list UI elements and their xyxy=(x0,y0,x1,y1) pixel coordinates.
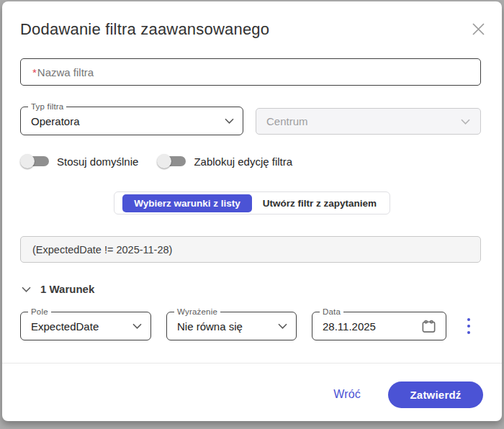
tab-select-conditions[interactable]: Wybierz warunki z listy xyxy=(122,194,252,212)
filter-type-label: Typ filtra xyxy=(28,101,66,112)
apply-default-toggle[interactable]: Stosuj domyślnie xyxy=(20,154,138,168)
dialog-title: Dodawanie filtra zaawansowanego xyxy=(20,20,269,39)
condition-date-input[interactable]: Data 28.11.2025 xyxy=(312,312,446,340)
center-select: Centrum xyxy=(256,108,481,135)
condition-field-label: Pole xyxy=(28,307,51,317)
submit-button[interactable]: Zatwierdź xyxy=(388,381,483,408)
toggle-off-icon xyxy=(20,154,49,168)
close-button[interactable] xyxy=(469,19,487,38)
toggle-off-icon xyxy=(157,154,186,168)
filter-name-input[interactable]: *Nazwa filtra xyxy=(20,58,481,86)
dialog-footer: Wróć Zatwierdź xyxy=(333,376,483,413)
condition-date-label: Data xyxy=(320,307,343,317)
back-button[interactable]: Wróć xyxy=(333,388,361,401)
condition-date-value: 28.11.2025 xyxy=(323,320,420,333)
chevron-down-icon xyxy=(461,119,470,125)
condition-operator-value: Nie równa się xyxy=(177,320,278,333)
conditions-collapse-header[interactable]: 1 Warunek xyxy=(22,283,94,295)
footer-divider xyxy=(2,363,502,363)
filter-name-placeholder: Nazwa filtra xyxy=(37,66,94,78)
required-asterisk: * xyxy=(32,66,37,78)
add-advanced-filter-dialog: Dodawanie filtra zaawansowanego *Nazwa f… xyxy=(2,1,502,421)
condition-field-value: ExpectedDate xyxy=(31,320,132,333)
chevron-down-icon xyxy=(278,323,287,329)
lock-filter-edit-toggle[interactable]: Zablokuj edycję filtra xyxy=(157,154,292,168)
condition-operator-select[interactable]: Wyrażenie Nie równa się xyxy=(166,312,297,340)
condition-more-menu-button[interactable] xyxy=(462,315,475,337)
tab-create-query[interactable]: Utwórz filtr z zapytaniem xyxy=(252,194,387,212)
calendar-icon[interactable] xyxy=(420,318,437,335)
filter-type-value: Operatora xyxy=(31,115,225,127)
close-icon xyxy=(472,22,485,36)
conditions-count-label: 1 Warunek xyxy=(40,283,94,295)
filter-mode-tabs: Wybierz warunki z listy Utwórz filtr z z… xyxy=(114,191,390,214)
chevron-down-icon xyxy=(22,286,31,292)
toggle-row: Stosuj domyślnie Zablokuj edycję filtra xyxy=(20,154,292,168)
condition-operator-label: Wyrażenie xyxy=(174,307,220,317)
vertical-dots-icon xyxy=(467,318,470,321)
center-select-value: Centrum xyxy=(266,115,461,127)
chevron-down-icon xyxy=(132,323,142,329)
condition-row: Pole ExpectedDate Wyrażenie Nie równa si… xyxy=(20,312,487,340)
condition-field-select[interactable]: Pole ExpectedDate xyxy=(20,312,151,340)
filter-type-select[interactable]: Typ filtra Operatora xyxy=(20,107,243,135)
apply-default-toggle-label: Stosuj domyślnie xyxy=(57,155,138,168)
filter-expression-preview: (ExpectedDate != 2025-11-28) xyxy=(20,236,481,263)
chevron-down-icon xyxy=(225,118,234,124)
filter-expression-text: (ExpectedDate != 2025-11-28) xyxy=(32,244,172,256)
lock-filter-edit-toggle-label: Zablokuj edycję filtra xyxy=(194,155,292,168)
